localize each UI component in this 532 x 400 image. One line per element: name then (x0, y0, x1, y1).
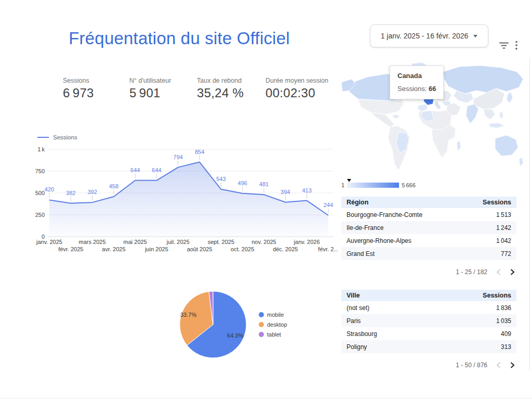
scale-marker-icon (347, 179, 351, 182)
filter-list-icon[interactable] (499, 42, 509, 51)
next-page-icon[interactable] (510, 268, 515, 276)
svg-text:33.7%: 33.7% (180, 312, 196, 318)
row-value: 1 035 (496, 317, 511, 325)
pie-legend: mobiledesktoptablet (259, 312, 287, 338)
column-header-sessions[interactable]: Sessions (483, 292, 511, 299)
device-pie-chart-card: 64.3%33.7% mobiledesktoptablet (171, 287, 327, 365)
scorecard-value: 6 973 (63, 86, 94, 100)
table-row[interactable]: Grand Est772 (341, 247, 516, 260)
table-row[interactable]: Auvergne-Rhone-Alpes1 042 (341, 234, 516, 247)
chevron-down-icon (473, 35, 477, 37)
scale-gradient-bar (347, 183, 399, 188)
svg-text:août 2025: août 2025 (187, 246, 212, 252)
device-pie-chart[interactable]: 64.3%33.7% (171, 287, 255, 363)
scorecard-users: N° d'utilisateur 5 901 (129, 77, 171, 100)
legend-dot-icon (259, 332, 264, 337)
row-value: 1 513 (496, 211, 511, 218)
svg-text:392: 392 (87, 189, 97, 195)
svg-text:déc. 2025: déc. 2025 (273, 246, 298, 252)
svg-text:481: 481 (259, 181, 269, 187)
ville-table: Ville Sessions (not set)1 836Paris1 035S… (341, 290, 516, 371)
canvas-right-edge (529, 58, 530, 370)
table-header[interactable]: Ville Sessions (341, 290, 516, 301)
row-value: 586 (501, 263, 511, 264)
column-header-ville[interactable]: Ville (347, 292, 360, 299)
table-row[interactable]: (not set)1 836 (341, 301, 516, 314)
svg-text:avr. 2025: avr. 2025 (102, 246, 125, 252)
svg-text:750: 750 (35, 168, 45, 174)
svg-text:mars 2025: mars 2025 (79, 239, 106, 245)
legend-label: tablet (267, 331, 281, 338)
row-label: Strasbourg (347, 330, 377, 338)
map-color-scale: 1 5 666 (341, 182, 416, 188)
sessions-time-series-chart[interactable]: 1 k7505002500420janv. 2025382févr. 20253… (16, 144, 338, 257)
kebab-menu-icon[interactable] (515, 41, 517, 52)
column-header-region[interactable]: Région (347, 199, 368, 206)
scorecard-label: Sessions (63, 77, 94, 84)
country-italy (435, 101, 441, 109)
row-label: Poligny (347, 343, 367, 351)
table-row[interactable]: Ile-de-France1 242 (341, 221, 516, 234)
svg-text:644: 644 (130, 167, 140, 173)
canvas-bottom-edge (0, 398, 532, 398)
country-russia (443, 66, 523, 94)
row-value: 409 (501, 330, 511, 338)
svg-text:64.3%: 64.3% (227, 332, 243, 339)
table-row[interactable]: (not set)586 (341, 260, 516, 264)
previous-page-icon[interactable] (496, 362, 501, 369)
svg-text:794: 794 (174, 154, 183, 160)
row-value: 772 (501, 250, 511, 257)
line-chart-legend: Sessions (37, 134, 77, 140)
scorecard-avg-session: Durée moyen session 00:02:30 (265, 77, 328, 100)
country-china (473, 88, 504, 109)
country-indonesia (489, 123, 504, 128)
table-row[interactable]: Bourgogne-Franche-Comte1 513 (341, 208, 516, 221)
table-row[interactable]: Poligny313 (341, 340, 516, 353)
legend-label: desktop (267, 321, 287, 328)
svg-text:mai 2025: mai 2025 (124, 239, 147, 245)
svg-text:févr. 2...: févr. 2... (318, 246, 338, 252)
table-header[interactable]: Région Sessions (341, 197, 516, 208)
scorecard-value: 35,24 % (197, 86, 244, 100)
legend-dot-icon (259, 312, 264, 317)
geo-map-card[interactable]: Canada Sessions: 66 1 5 666 (340, 61, 527, 189)
row-value: 299 (501, 356, 511, 357)
table-row[interactable]: Paris1 035 (341, 314, 516, 327)
pie-legend-item-mobile: mobile (259, 312, 287, 318)
country-usa (358, 99, 404, 114)
page-title: Fréquentation du site Officiel (21, 29, 338, 48)
scorecard-bounce-rate: Taux de rebond 35,24 % (197, 77, 244, 100)
svg-text:nov. 2025: nov. 2025 (251, 239, 276, 245)
svg-text:420: 420 (45, 186, 54, 192)
column-header-sessions[interactable]: Sessions (483, 199, 511, 206)
map-tooltip: Canada Sessions: 66 (390, 66, 444, 99)
row-value: 313 (501, 343, 511, 351)
scorecard-value: 00:02:30 (265, 86, 328, 100)
date-range-picker[interactable]: 1 janv. 2025 - 16 févr. 2026 (370, 24, 488, 47)
tooltip-region-name: Canada (397, 72, 436, 80)
legend-dot-icon (259, 322, 264, 327)
svg-text:496: 496 (238, 180, 247, 186)
row-label: (not set) (347, 304, 369, 312)
svg-text:sept. 2025: sept. 2025 (208, 239, 234, 245)
svg-text:févr. 2025: févr. 2025 (58, 246, 83, 252)
row-value: 1 836 (496, 304, 511, 312)
table-row[interactable]: Strasbourg409 (341, 327, 516, 340)
pagination-range: 1 - 25 / 182 (456, 268, 487, 276)
country-australia (495, 135, 518, 156)
country-madagascar (457, 140, 461, 151)
svg-text:413: 413 (302, 187, 311, 193)
row-label: Paris (347, 317, 361, 325)
svg-text:382: 382 (66, 190, 75, 196)
row-label: Grand Est (347, 250, 375, 257)
svg-text:543: 543 (216, 176, 225, 182)
country-spain (417, 104, 428, 111)
scale-min-label: 1 (341, 182, 344, 188)
row-label: (not set) (347, 263, 369, 264)
table-row[interactable]: Lyon299 (341, 353, 516, 357)
next-page-icon[interactable] (510, 362, 515, 369)
row-value: 1 242 (496, 224, 511, 231)
scorecard-value: 5 901 (129, 86, 171, 100)
scale-max-label: 5 666 (402, 182, 416, 188)
previous-page-icon[interactable] (496, 268, 501, 276)
